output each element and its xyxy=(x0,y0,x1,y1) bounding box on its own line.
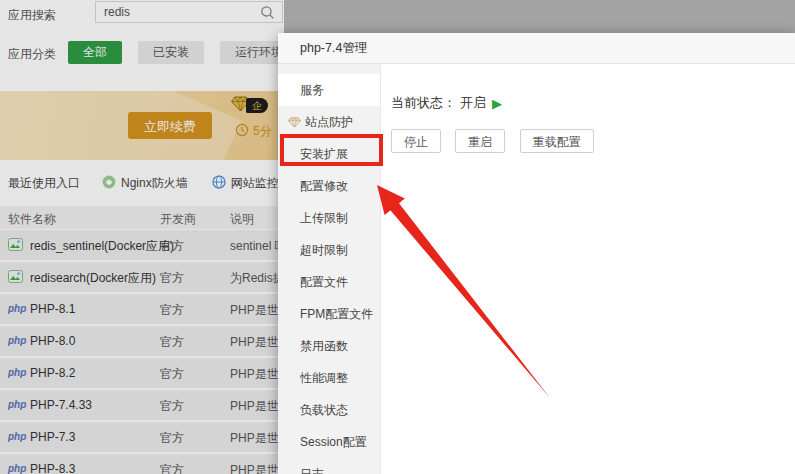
countdown: 5分 xyxy=(235,123,272,140)
sidebar-item-4[interactable]: 上传限制 xyxy=(278,202,380,234)
search-icon[interactable] xyxy=(260,5,275,23)
category-installed-button[interactable]: 已安装 xyxy=(138,41,204,64)
sidebar-item-label: 配置修改 xyxy=(300,170,348,202)
category-all-button[interactable]: 全部 xyxy=(68,41,122,64)
developer: 官方 xyxy=(160,366,184,383)
site-monitor-icon xyxy=(212,175,226,192)
sidebar-item-label: Session配置 xyxy=(300,426,367,458)
software-name: redis_sentinel(Docker应用) xyxy=(30,238,174,255)
category-label: 应用分类 xyxy=(8,46,56,63)
modal-content: 当前状态：开启 ▶ 停止 重启 重载配置 xyxy=(381,64,795,474)
sidebar-item-label: 服务 xyxy=(300,74,324,106)
sidebar-item-7[interactable]: FPM配置文件 xyxy=(278,298,380,330)
php-icon: php xyxy=(8,367,26,378)
modal-title: php-7.4管理 xyxy=(278,33,795,64)
modal-sidebar-menu: 服务站点防护安装扩展配置修改上传限制超时限制配置文件FPM配置文件禁用函数性能调… xyxy=(278,64,381,474)
category-tabs: 全部 已安装 运行环境 xyxy=(68,41,298,64)
service-buttons: 停止 重启 重载配置 xyxy=(391,129,795,153)
sidebar-item-12[interactable]: 日志 xyxy=(278,458,380,474)
sidebar-item-0[interactable]: 服务 xyxy=(278,74,380,106)
search-label: 应用搜索 xyxy=(8,7,56,24)
sidebar-item-2[interactable]: 安装扩展 xyxy=(278,138,380,170)
status-line: 当前状态：开启 ▶ xyxy=(391,94,795,112)
php-icon: php xyxy=(8,335,26,346)
developer: 官方 xyxy=(160,398,184,415)
nginx-firewall-link[interactable]: Nginx防火墙 xyxy=(102,175,188,192)
search-input[interactable] xyxy=(96,2,272,22)
developer: 官方 xyxy=(160,302,184,319)
status-label: 当前状态： xyxy=(391,94,456,112)
sidebar-item-11[interactable]: Session配置 xyxy=(278,426,380,458)
sidebar-item-label: FPM配置文件 xyxy=(300,298,373,330)
play-icon: ▶ xyxy=(492,96,502,111)
col-description: 说明 xyxy=(230,211,254,228)
developer: 官方 xyxy=(160,334,184,351)
status-value: 开启 xyxy=(460,94,486,112)
search-input-wrap xyxy=(95,1,283,23)
software-name: PHP-8.2 xyxy=(30,366,75,380)
developer: 官方 xyxy=(160,238,184,255)
renew-now-button[interactable]: 立即续费 xyxy=(128,112,212,139)
sidebar-item-10[interactable]: 负载状态 xyxy=(278,394,380,426)
sidebar-item-label: 超时限制 xyxy=(300,234,348,266)
software-name: PHP-7.3 xyxy=(30,430,75,444)
gem-icon xyxy=(288,117,301,128)
php-icon: php xyxy=(8,431,26,442)
sidebar-item-label: 性能调整 xyxy=(300,362,348,394)
sidebar-item-label: 安装扩展 xyxy=(300,138,348,170)
developer: 官方 xyxy=(160,462,184,474)
sidebar-item-label: 负载状态 xyxy=(300,394,348,426)
screen: 应用搜索 应用分类 全部 已安装 运行环境 立即续费 企 xyxy=(0,0,795,474)
modal-body: 服务站点防护安装扩展配置修改上传限制超时限制配置文件FPM配置文件禁用函数性能调… xyxy=(278,64,795,474)
sidebar-item-label: 上传限制 xyxy=(300,202,348,234)
docker-app-icon xyxy=(8,238,23,254)
sidebar-item-label: 日志 xyxy=(300,458,324,474)
software-name: PHP-8.1 xyxy=(30,302,75,316)
software-name: PHP-7.4.33 xyxy=(30,398,92,412)
software-name: PHP-8.3 xyxy=(30,462,75,474)
docker-app-icon xyxy=(8,270,23,286)
vip-badge: 企 xyxy=(231,96,268,115)
sidebar-item-label: 配置文件 xyxy=(300,266,348,298)
sidebar-item-8[interactable]: 禁用函数 xyxy=(278,330,380,362)
description: 为Redis提 xyxy=(230,270,285,287)
nginx-firewall-label: Nginx防火墙 xyxy=(121,175,188,192)
developer: 官方 xyxy=(160,430,184,447)
reload-config-button[interactable]: 重载配置 xyxy=(520,129,594,153)
recent-entries-label: 最近使用入口 xyxy=(8,175,80,192)
software-name: redisearch(Docker应用) xyxy=(30,270,156,287)
sidebar-item-label: 禁用函数 xyxy=(300,330,348,362)
stop-button[interactable]: 停止 xyxy=(391,129,441,153)
php-icon: php xyxy=(8,463,26,474)
software-name: PHP-8.0 xyxy=(30,334,75,348)
sidebar-item-3[interactable]: 配置修改 xyxy=(278,170,380,202)
sidebar-item-label: 站点防护 xyxy=(305,106,353,138)
sidebar-item-9[interactable]: 性能调整 xyxy=(278,362,380,394)
developer: 官方 xyxy=(160,270,184,287)
php-icon: php xyxy=(8,303,26,314)
col-software-name: 软件名称 xyxy=(8,211,56,228)
clock-icon xyxy=(235,123,249,140)
sidebar-item-5[interactable]: 超时限制 xyxy=(278,234,380,266)
sidebar-item-6[interactable]: 配置文件 xyxy=(278,266,380,298)
sidebar-item-1[interactable]: 站点防护 xyxy=(278,106,380,138)
countdown-label: 5分 xyxy=(253,123,272,140)
php-icon: php xyxy=(8,399,26,410)
vip-ribbon-label: 企 xyxy=(246,98,268,113)
php-manage-modal: php-7.4管理 服务站点防护安装扩展配置修改上传限制超时限制配置文件FPM配… xyxy=(278,33,795,474)
restart-button[interactable]: 重启 xyxy=(455,129,505,153)
col-developer: 开发商 xyxy=(160,211,196,228)
nginx-firewall-icon xyxy=(102,175,116,192)
